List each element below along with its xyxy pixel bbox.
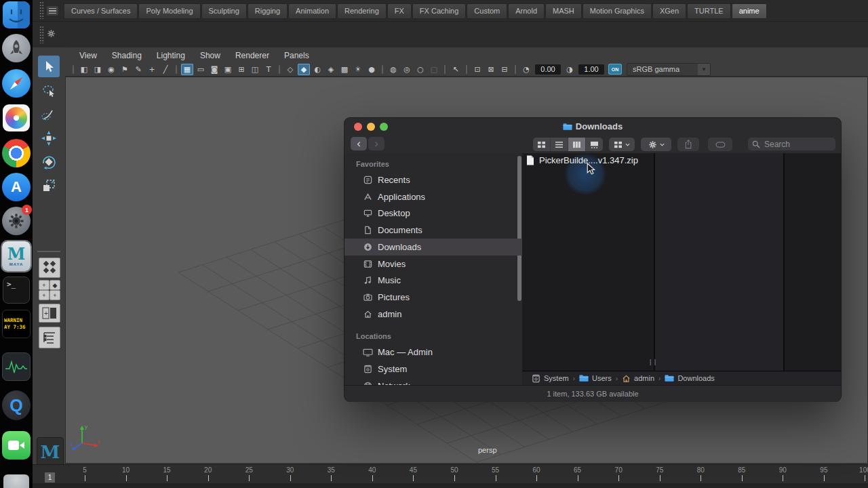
pane-layout-c-button[interactable]: +	[39, 290, 50, 300]
dock-item-maya[interactable]: MMAYA	[2, 241, 31, 271]
dock-item-photos[interactable]	[2, 104, 31, 131]
dock-item-app-store[interactable]: A	[2, 173, 31, 201]
grease-pencil-icon[interactable]: ╱	[159, 64, 172, 75]
tag-button[interactable]	[708, 138, 732, 151]
sidebar-item-mac-admin[interactable]: Mac — Admin	[344, 344, 522, 361]
current-frame-indicator[interactable]: 1	[45, 472, 55, 483]
path-item-system[interactable]: System	[532, 374, 569, 383]
four-pane-layout-button[interactable]	[39, 258, 60, 278]
shelf-drag-handle[interactable]	[39, 26, 44, 43]
list-view-button[interactable]	[551, 138, 568, 151]
search-field[interactable]	[748, 138, 835, 150]
scale-tool[interactable]	[38, 175, 60, 197]
xray-joints-icon[interactable]: ⊠	[485, 64, 497, 75]
shelf-tab-xgen[interactable]: XGen	[652, 3, 686, 19]
plane-mode-icon[interactable]: ⊟	[498, 64, 511, 75]
finder-titlebar[interactable]: Downloads	[344, 118, 841, 135]
file-item[interactable]: PickerBuilde....v1.347.zip	[526, 155, 638, 165]
icon-view-button[interactable]	[533, 138, 551, 151]
color-management-toggle[interactable]: ON	[608, 64, 622, 75]
shelf-tab-custom[interactable]: Custom	[467, 3, 507, 19]
checker-icon[interactable]: ▩	[338, 64, 351, 75]
shelf-tab-poly-modeling[interactable]: Poly Modeling	[138, 3, 200, 19]
forward-button[interactable]: ›	[368, 137, 384, 150]
pane-layout-a-button[interactable]: +	[39, 280, 50, 290]
dock-item-finder[interactable]	[2, 1, 31, 28]
column-view-button[interactable]	[568, 138, 586, 151]
exposure-icon[interactable]: ◔	[520, 64, 532, 75]
resolution-gate-icon[interactable]: ◙	[208, 64, 220, 75]
dock-item-launchpad[interactable]	[2, 34, 31, 62]
safe-action-icon[interactable]: ◫	[249, 64, 261, 75]
finder-file-area[interactable]: | | PickerBuilde....v1.347.zip	[522, 153, 841, 371]
contrast-icon[interactable]: ◑	[564, 64, 576, 75]
shelf-tab-fx-caching[interactable]: FX Caching	[412, 3, 466, 19]
gate-mask-icon[interactable]: ▣	[222, 64, 234, 75]
image-plane-icon[interactable]: ✎	[132, 64, 144, 75]
shelf-tab-turtle[interactable]: TURTLE	[687, 3, 731, 19]
shelf-tab-curves-surfaces[interactable]: Curves / Surfaces	[64, 3, 138, 19]
split-pane-layout-button[interactable]: +	[39, 304, 60, 323]
select-tool[interactable]	[38, 56, 60, 77]
viewport-menu-renderer[interactable]: Renderer	[228, 51, 277, 60]
share-button[interactable]	[677, 138, 699, 151]
dock-item-trash[interactable]	[2, 474, 31, 488]
shelf-tab-rendering[interactable]: Rendering	[337, 3, 387, 19]
film-gate-icon[interactable]: ▭	[195, 64, 207, 75]
action-gear-button[interactable]	[641, 138, 671, 151]
motion-blur-icon[interactable]: ◎	[401, 64, 413, 75]
time-slider[interactable]: 1 51015202530354045505560657075808590951…	[33, 464, 868, 484]
bookmarks-icon[interactable]: ⚑	[119, 64, 131, 75]
gallery-view-button[interactable]	[586, 138, 603, 151]
camera-attributes-icon[interactable]: ◉	[105, 64, 117, 75]
shelf-menu-icon[interactable]	[47, 6, 58, 16]
dock-item-facetime[interactable]	[2, 431, 31, 460]
path-item-users[interactable]: Users	[579, 374, 612, 382]
shelf-gear-icon[interactable]	[47, 29, 56, 38]
dock-item-quicktime[interactable]: Q	[2, 390, 31, 420]
shelf-tab-arnold[interactable]: Arnold	[508, 3, 545, 19]
sidebar-item-pictures[interactable]: Pictures	[344, 289, 522, 306]
safe-title-icon[interactable]: T	[262, 64, 275, 75]
anti-alias-icon[interactable]: ○	[414, 64, 427, 75]
smooth-shade-icon[interactable]: ◆	[298, 64, 310, 75]
xray-icon[interactable]: ⊡	[471, 64, 484, 75]
shelf-tab-mash[interactable]: MASH	[545, 3, 582, 19]
exposure-field[interactable]: 0.00	[535, 64, 561, 75]
field-chart-icon[interactable]: ⊞	[235, 64, 248, 75]
gamma-field[interactable]: 1.00	[578, 64, 604, 75]
lasso-select-tool[interactable]	[38, 80, 60, 102]
sidebar-item-network[interactable]: Network	[344, 378, 522, 385]
pane-layout-b-button[interactable]: ◆	[50, 280, 60, 290]
dock-item-system-preferences[interactable]: 1	[2, 207, 31, 235]
colorspace-dropdown[interactable]: sRGB gamma▼	[627, 63, 711, 76]
sidebar-item-movies[interactable]: Movies	[344, 256, 522, 272]
viewport-menu-panels[interactable]: Panels	[277, 51, 317, 60]
path-item-downloads[interactable]: Downloads	[665, 374, 714, 382]
pane-layout-d-button[interactable]: +	[50, 290, 60, 300]
dock-item-chrome[interactable]	[2, 139, 31, 167]
group-by-button[interactable]	[609, 138, 635, 151]
dock-item-terminal[interactable]: >_	[2, 277, 31, 304]
sidebar-item-downloads[interactable]: Downloads	[344, 239, 522, 256]
sidebar-item-admin[interactable]: admin	[344, 306, 522, 323]
move-tool[interactable]	[38, 127, 60, 149]
lock-camera-icon[interactable]: ◨	[92, 64, 104, 75]
viewport-menu-shading[interactable]: Shading	[104, 51, 149, 60]
shelf-tab-fx[interactable]: FX	[387, 3, 412, 19]
path-item-admin[interactable]: admin	[622, 374, 654, 383]
shadows-icon[interactable]: ●	[366, 64, 378, 75]
select-camera-icon[interactable]: ◧	[78, 64, 90, 75]
sidebar-item-desktop[interactable]: Desktop	[344, 205, 522, 222]
shelf-drag-handle[interactable]	[39, 1, 44, 19]
two-d-pan-zoom-icon[interactable]: +	[146, 64, 158, 75]
dock-item-safari[interactable]	[2, 69, 31, 98]
sidebar-item-music[interactable]: Music	[344, 272, 522, 289]
dock-item-activity-monitor[interactable]	[2, 352, 31, 381]
column-divider[interactable]	[654, 153, 655, 371]
search-input[interactable]	[763, 139, 827, 150]
column-2[interactable]	[655, 153, 783, 371]
back-button[interactable]: ‹	[351, 137, 367, 150]
shelf-tab-sculpting[interactable]: Sculpting	[201, 3, 247, 19]
sidebar-item-recents[interactable]: Recents	[344, 171, 522, 188]
